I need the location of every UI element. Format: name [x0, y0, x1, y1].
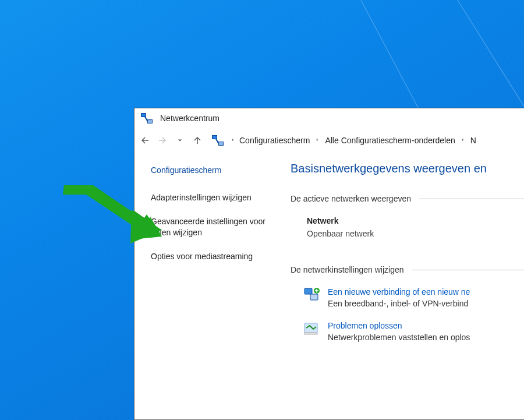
sidebar-link-advanced-sharing[interactable]: Geavanceerde instellingen voor delen wij…	[151, 216, 277, 238]
svg-rect-5	[305, 333, 317, 334]
breadcrumb[interactable]: Configuratiescherm Alle Configuratiesche…	[239, 136, 524, 145]
breadcrumb-segment[interactable]: Configuratiescherm	[239, 136, 310, 145]
task-row: Problemen oplossen Netwerkproblemen vast…	[291, 321, 524, 342]
network-name: Netwerk	[307, 216, 524, 225]
section-label: De netwerkinstellingen wijzigen	[291, 265, 404, 274]
svg-rect-0	[305, 288, 312, 294]
divider	[412, 270, 524, 270]
network-type: Openbaar netwerk	[307, 229, 524, 238]
task-link-new-connection[interactable]: Een nieuwe verbinding of een nieuw ne	[328, 287, 470, 297]
nav-back-button[interactable]	[138, 133, 152, 147]
divider	[419, 199, 524, 199]
active-network-block: Netwerk Openbaar netwerk	[291, 216, 524, 238]
chevron-right-icon	[314, 136, 320, 145]
page-heading: Basisnetwerkgegevens weergeven en	[291, 162, 524, 175]
window-title: Netwerkcentrum	[160, 114, 219, 123]
breadcrumb-icon	[211, 134, 224, 147]
title-bar: Netwerkcentrum	[134, 108, 524, 128]
section-label: De actieve netwerken weergeven	[291, 194, 411, 203]
troubleshoot-icon	[303, 321, 321, 338]
task-link-troubleshoot[interactable]: Problemen oplossen	[328, 321, 470, 330]
new-connection-icon	[303, 287, 321, 305]
chevron-right-icon	[230, 135, 236, 146]
sidebar-link-adapter-settings[interactable]: Adapterinstellingen wijzigen	[151, 192, 277, 203]
sidebar: Configuratiescherm Adapterinstellingen w…	[134, 153, 291, 419]
nav-bar: Configuratiescherm Alle Configuratiesche…	[134, 128, 524, 153]
main-content: Basisnetwerkgegevens weergeven en De act…	[291, 153, 524, 419]
sidebar-home-link[interactable]: Configuratiescherm	[151, 165, 277, 175]
control-panel-window: Netwerkcentrum Configuratiescherm Alle C…	[134, 108, 524, 420]
network-center-icon	[140, 112, 153, 125]
section-change-settings: De netwerkinstellingen wijzigen	[291, 265, 524, 274]
task-desc: Een breedband-, inbel- of VPN-verbind	[328, 299, 470, 308]
sidebar-link-media-streaming[interactable]: Opties voor mediastreaming	[151, 251, 277, 262]
task-desc: Netwerkproblemen vaststellen en oplos	[328, 333, 470, 342]
task-row: Een nieuwe verbinding of een nieuw ne Ee…	[291, 287, 524, 308]
chevron-right-icon	[460, 136, 466, 145]
nav-up-button[interactable]	[190, 133, 204, 147]
nav-forward-button[interactable]	[155, 133, 169, 147]
breadcrumb-segment[interactable]: Alle Configuratiescherm-onderdelen	[325, 136, 455, 145]
nav-recent-dropdown[interactable]	[173, 133, 187, 147]
section-active-networks: De actieve netwerken weergeven	[291, 194, 524, 203]
breadcrumb-segment[interactable]: N	[470, 136, 476, 145]
svg-rect-1	[310, 294, 318, 300]
